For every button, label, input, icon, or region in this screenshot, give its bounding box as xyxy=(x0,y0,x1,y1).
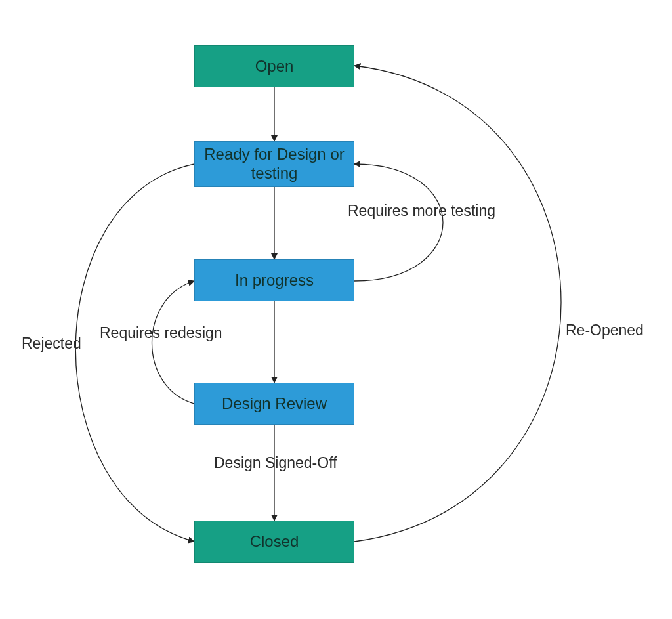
node-open-label: Open xyxy=(255,57,294,76)
node-design-review-label: Design Review xyxy=(222,395,327,414)
edge-closed-to-open xyxy=(354,66,561,542)
label-requires-more-testing: Requires more testing xyxy=(348,202,495,220)
node-closed: Closed xyxy=(194,521,354,563)
edge-ready-to-closed xyxy=(75,164,194,542)
node-design-review: Design Review xyxy=(194,383,354,425)
node-ready-label: Ready for Design or testing xyxy=(200,145,348,183)
label-design-signed-off: Design Signed-Off xyxy=(214,454,337,472)
node-closed-label: Closed xyxy=(250,532,299,551)
workflow-diagram: Open Ready for Design or testing In prog… xyxy=(0,0,672,619)
edge-review-to-inprogress xyxy=(152,281,195,404)
label-requires-redesign: Requires redesign xyxy=(100,324,222,342)
node-in-progress-label: In progress xyxy=(235,271,314,290)
node-in-progress: In progress xyxy=(194,259,354,301)
label-rejected: Rejected xyxy=(22,335,81,352)
node-ready: Ready for Design or testing xyxy=(194,141,354,187)
node-open: Open xyxy=(194,45,354,87)
label-reopened: Re-Opened xyxy=(566,322,644,339)
edge-inprogress-to-ready xyxy=(354,164,443,281)
